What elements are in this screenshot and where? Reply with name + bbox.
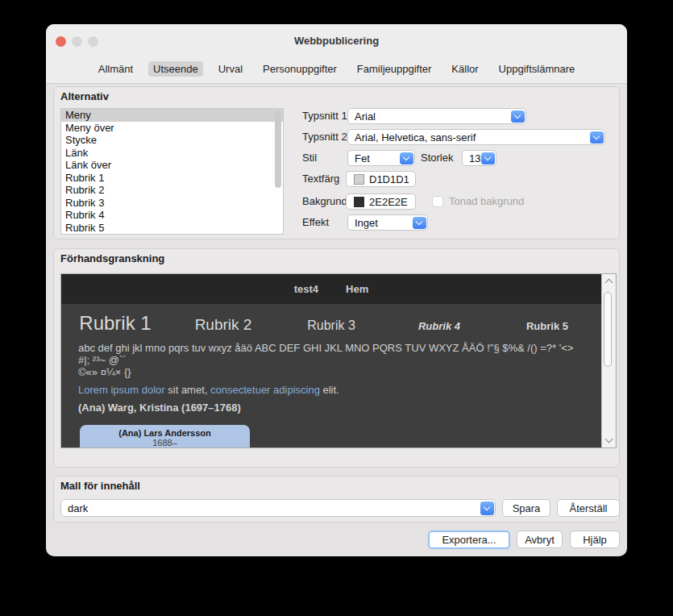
- hjalp-button[interactable]: Hjälp: [570, 531, 620, 548]
- list-item[interactable]: Meny: [61, 109, 283, 122]
- preview-text: elit.: [320, 384, 339, 396]
- person-box-years: 1688–: [80, 438, 250, 447]
- typsnitt2-combobox[interactable]: Arial, Helvetica, sans-serif: [347, 129, 605, 145]
- preview-title: Förhandsgranskning: [60, 252, 164, 264]
- spara-button[interactable]: Spara: [502, 499, 550, 517]
- stil-dropdown-icon[interactable]: [400, 152, 413, 164]
- style-list[interactable]: MenyMeny överStyckeLänkLänk överRubrik 1…: [60, 108, 284, 235]
- bakgrund-label: Bakgrund: [302, 194, 347, 210]
- tab-familjeuppgifter[interactable]: Familjeuppgifter: [352, 61, 437, 77]
- mall-dropdown-icon[interactable]: [480, 502, 494, 515]
- preview-heading: Rubrik 4: [385, 320, 493, 332]
- avbryt-button[interactable]: Avbryt: [517, 531, 563, 548]
- effekt-combobox[interactable]: Inget: [347, 214, 428, 231]
- bakgrund-swatch-icon: [354, 197, 364, 207]
- person-bold-line: (Ana) Warg, Kristina (1697–1768): [78, 402, 601, 414]
- storlek-combobox[interactable]: 13: [462, 150, 496, 166]
- preview-text: sit amet,: [165, 384, 210, 396]
- preview-content: test4Hem Rubrik 1Rubrik 2Rubrik 3Rubrik …: [61, 274, 601, 447]
- list-item[interactable]: Rubrik 5: [61, 222, 283, 235]
- typsnitt1-label: Typsnitt 1: [302, 108, 347, 124]
- preview-menu-item: test4: [294, 283, 318, 295]
- alternativ-title: Alternativ: [60, 90, 109, 102]
- textfarg-swatch-icon: [354, 174, 364, 185]
- list-item[interactable]: Rubrik 4: [61, 209, 283, 222]
- typsnitt2-label: Typsnitt 2: [302, 129, 347, 145]
- mall-groupbox: Mall för innehåll dark Spara Återställ: [53, 476, 620, 522]
- bakgrund-button[interactable]: 2E2E2E: [346, 194, 416, 210]
- preview-heading: Rubrik 3: [277, 318, 385, 333]
- list-item[interactable]: Rubrik 2: [61, 184, 283, 197]
- list-item[interactable]: Rubrik 1: [61, 172, 283, 185]
- tab-allmänt[interactable]: Allmänt: [93, 61, 138, 77]
- person-box: (Ana) Lars Andersson 1688–: [80, 425, 250, 447]
- tonad-bakgrund-checkbox: [432, 196, 443, 207]
- textfarg-label: Textfärg: [302, 171, 339, 187]
- effekt-dropdown-icon[interactable]: [413, 217, 426, 229]
- preview-scrollbar[interactable]: [601, 274, 615, 447]
- scroll-up-icon[interactable]: [605, 279, 613, 287]
- storlek-dropdown-icon[interactable]: [481, 152, 495, 164]
- mall-title: Mall för innehåll: [60, 480, 140, 492]
- typsnitt2-dropdown-icon[interactable]: [590, 131, 604, 144]
- desktop: { "colors": { "accent": "#3D7DF3", "clos…: [0, 0, 673, 616]
- sample-line2: ©«» ¤¼× {}: [78, 366, 587, 378]
- list-item[interactable]: Rubrik 3: [61, 197, 283, 210]
- list-item[interactable]: Länk över: [61, 159, 283, 172]
- typsnitt1-dropdown-icon[interactable]: [511, 110, 525, 123]
- preview-menu: test4Hem: [61, 274, 601, 304]
- stil-combobox[interactable]: Fet: [347, 150, 415, 166]
- preview-pane: test4Hem Rubrik 1Rubrik 2Rubrik 3Rubrik …: [60, 273, 617, 448]
- preview-menu-item: Hem: [346, 283, 368, 295]
- tab-uppgiftslämnare[interactable]: Uppgiftslämnare: [494, 61, 580, 77]
- preview-link: consectetuer adipiscing: [210, 384, 320, 396]
- exportera-button[interactable]: Exportera...: [428, 531, 510, 549]
- list-item[interactable]: Meny över: [61, 122, 283, 135]
- stil-label: Stil: [302, 150, 317, 166]
- title-bar: Webbpublicering AllmäntUtseendeUrvalPers…: [46, 24, 627, 84]
- preview-heading: Rubrik 1: [61, 312, 169, 335]
- tonad-bakgrund-label: Tonad bakgrund: [449, 194, 524, 210]
- preview-heading: Rubrik 5: [493, 320, 601, 332]
- alternativ-groupbox: Alternativ MenyMeny överStyckeLänkLänk ö…: [53, 86, 620, 239]
- tab-personuppgifter[interactable]: Personuppgifter: [258, 61, 342, 77]
- typsnitt1-combobox[interactable]: Arial: [347, 108, 526, 124]
- preview-headings: Rubrik 1Rubrik 2Rubrik 3Rubrik 4Rubrik 5: [61, 312, 601, 335]
- sample-line1: abc def ghi jkl mno pqrs tuv wxyz åäö AB…: [78, 342, 587, 366]
- sample-text: abc def ghi jkl mno pqrs tuv wxyz åäö AB…: [78, 342, 587, 378]
- preview-groupbox: Förhandsgranskning test4Hem Rubrik 1Rubr…: [53, 248, 620, 468]
- list-scrollbar-thumb[interactable]: [275, 110, 281, 188]
- tab-bar: AllmäntUtseendeUrvalPersonuppgifterFamil…: [46, 61, 627, 77]
- aterstall-button[interactable]: Återställ: [557, 499, 620, 517]
- tab-urval[interactable]: Urval: [214, 61, 247, 77]
- webbpublicering-dialog: Webbpublicering AllmäntUtseendeUrvalPers…: [46, 24, 627, 556]
- mall-combobox[interactable]: dark: [60, 499, 496, 517]
- preview-heading: Rubrik 2: [169, 316, 277, 334]
- window-title: Webbpublicering: [46, 35, 627, 47]
- list-item[interactable]: Länk: [61, 147, 283, 160]
- preview-body: Rubrik 1Rubrik 2Rubrik 3Rubrik 4Rubrik 5…: [61, 304, 601, 447]
- person-box-name: (Ana) Lars Andersson: [80, 428, 250, 438]
- textfarg-button[interactable]: D1D1D1: [346, 171, 416, 187]
- tab-källor[interactable]: Källor: [447, 61, 483, 77]
- lorem-line: Lorem ipsum dolor sit amet, consectetuer…: [78, 384, 601, 396]
- effekt-label: Effekt: [302, 214, 329, 231]
- preview-scrollbar-thumb[interactable]: [604, 292, 612, 367]
- list-item[interactable]: Stycke: [61, 134, 283, 147]
- storlek-label: Storlek: [421, 150, 453, 166]
- scroll-down-icon[interactable]: [605, 435, 613, 443]
- tab-utseende[interactable]: Utseende: [148, 61, 203, 77]
- preview-link: Lorem ipsum dolor: [78, 384, 165, 396]
